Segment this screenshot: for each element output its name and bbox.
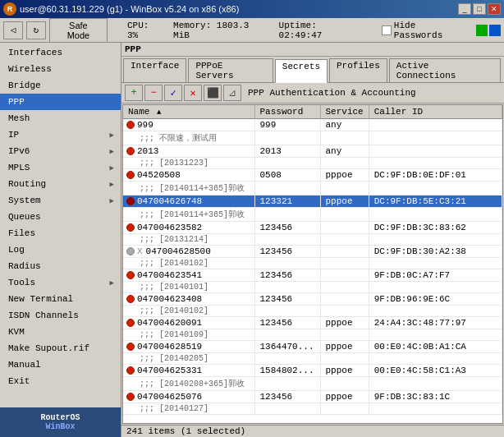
status-dot: [126, 271, 135, 279]
cell-callerid: [369, 182, 502, 196]
sidebar-item-log[interactable]: Log: [0, 242, 121, 258]
status-dot: [126, 223, 135, 232]
title-bar: R user@60.31.191.229 (g1) - WinBox v5.24…: [0, 0, 504, 18]
sidebar-item-ipv6[interactable]: IPv6 ▶: [0, 143, 121, 159]
close-button[interactable]: ✕: [488, 3, 501, 15]
minimize-button[interactable]: _: [458, 3, 471, 15]
sidebar-item-queues[interactable]: Queues: [0, 209, 121, 225]
maximize-button[interactable]: □: [473, 3, 486, 15]
table-row[interactable]: ;;; [20140114+365]郭收: [123, 182, 502, 196]
table-row[interactable]: 0470046253311584802...pppoe00:E0:4C:58:C…: [123, 365, 502, 377]
cell-name: ;;; [20140101]: [123, 282, 254, 293]
arrow-icon: ▶: [110, 180, 114, 189]
sidebar-item-system[interactable]: System ▶: [0, 192, 121, 209]
sidebar-item-radius[interactable]: Radius: [0, 258, 121, 274]
arrow-icon: ▶: [110, 131, 114, 140]
cell-callerid: [369, 282, 502, 293]
table-row[interactable]: ;;; 不限速，测试用: [123, 131, 502, 145]
table-row[interactable]: ;;; [20140127]: [123, 403, 502, 415]
sidebar-item-ip[interactable]: IP ▶: [0, 126, 121, 143]
table-row[interactable]: ;;; [20140101]: [123, 282, 502, 293]
sidebar-item-tools[interactable]: Tools ▶: [0, 274, 121, 291]
cell-callerid: DC:9F:DB:0E:DF:01: [369, 169, 502, 182]
filter-button[interactable]: ⊿: [223, 85, 241, 101]
sidebar-label: Make Supout.rif: [8, 343, 89, 353]
cell-callerid: 9F:DB:0C:A7:F7: [369, 269, 502, 282]
cell-callerid: [369, 131, 502, 145]
add-button[interactable]: +: [125, 85, 143, 101]
sidebar-item-files[interactable]: Files: [0, 225, 121, 242]
cell-service: [320, 258, 369, 269]
table-row[interactable]: 047004626748123321pppoeDC:9F:DB:5E:C3:21: [123, 196, 502, 208]
sidebar-item-wireless[interactable]: Wireless: [0, 61, 121, 77]
sidebar-item-routing[interactable]: Routing ▶: [0, 176, 121, 192]
table-row[interactable]: 047004620091123456pppoe24:A4:3C:48:77:97: [123, 317, 502, 329]
cell-service: [320, 222, 369, 234]
sidebar-item-new-terminal[interactable]: New Terminal: [0, 291, 121, 307]
table-row[interactable]: 20132013any: [123, 145, 502, 158]
table-row[interactable]: ;;; [20131214]: [123, 234, 502, 246]
sidebar-item-mesh[interactable]: Mesh: [0, 110, 121, 126]
cell-name: 047004623541: [123, 269, 254, 282]
table-row[interactable]: 047004625076123456pppoe9F:DB:3C:83:1C: [123, 391, 502, 403]
cell-password: 123456: [254, 391, 320, 403]
secrets-table-wrapper[interactable]: Name ▲ Password Service Caller ID: [122, 104, 503, 424]
col-header-service[interactable]: Service: [320, 105, 369, 119]
cell-password: 123456: [254, 317, 320, 329]
tab-secrets[interactable]: Secrets: [275, 59, 328, 83]
enable-button[interactable]: ✓: [164, 85, 182, 101]
table-row[interactable]: ;;; [20140208+365]郭收: [123, 377, 502, 391]
table-row[interactable]: X047004628500123456DC:9F:DB:30:A2:38: [123, 246, 502, 258]
table-row[interactable]: 999999any: [123, 119, 502, 131]
table-row[interactable]: ;;; [20140102]: [123, 258, 502, 269]
table-row[interactable]: 045205080508pppoeDC:9F:DB:0E:DF:01: [123, 169, 502, 182]
hide-passwords-checkbox[interactable]: [382, 25, 392, 35]
table-row[interactable]: ;;; [20140205]: [123, 353, 502, 365]
sidebar-label: Queues: [8, 212, 41, 222]
cell-callerid: 00:E0:4C:58:C1:A3: [369, 365, 502, 377]
cell-service: [320, 293, 369, 306]
sidebar-item-interfaces[interactable]: Interfaces: [0, 44, 121, 61]
tab-profiles[interactable]: Profiles: [329, 58, 387, 82]
cell-password: 0508: [254, 169, 320, 182]
tab-bar: Interface PPPoE Servers Secrets Profiles…: [121, 57, 504, 83]
safe-mode-button[interactable]: Safe Mode: [49, 18, 108, 43]
remove-button[interactable]: −: [144, 85, 163, 101]
back-button[interactable]: ◁: [3, 21, 23, 39]
tab-interface[interactable]: Interface: [123, 58, 186, 82]
cell-name: 2013: [123, 145, 254, 158]
table-row[interactable]: 047004623582123456DC:9F:DB:3C:83:62: [123, 222, 502, 234]
sidebar-item-mpls[interactable]: MPLS ▶: [0, 159, 121, 176]
sidebar-item-exit[interactable]: Exit: [0, 373, 121, 389]
ppp-window-header: PPP: [121, 43, 504, 57]
cell-service: [320, 234, 369, 246]
table-row[interactable]: 0470046235411234569F:DB:0C:A7:F7: [123, 269, 502, 282]
sidebar-item-kvm[interactable]: KVM: [0, 324, 121, 340]
cell-password: 123456: [254, 293, 320, 306]
cell-callerid: DC:9F:DB:5E:C3:21: [369, 196, 502, 208]
col-header-callerid[interactable]: Caller ID: [369, 105, 502, 119]
sidebar-item-bridge[interactable]: Bridge: [0, 77, 121, 94]
cell-name: ;;; [20131223]: [123, 158, 254, 169]
sidebar-label: ISDN Channels: [8, 310, 79, 320]
col-header-name[interactable]: Name ▲: [123, 105, 254, 119]
table-row[interactable]: ;;; [20131223]: [123, 158, 502, 169]
table-row[interactable]: 0470046285191364470...pppoe00:E0:4C:0B:A…: [123, 341, 502, 353]
table-row[interactable]: ;;; [20140114+365]郭收: [123, 208, 502, 222]
tab-pppoe-servers[interactable]: PPPoE Servers: [188, 58, 273, 82]
move-button[interactable]: ⬛: [204, 85, 222, 101]
sidebar-item-isdn[interactable]: ISDN Channels: [0, 307, 121, 324]
refresh-button[interactable]: ↻: [26, 21, 46, 39]
sidebar-item-ppp[interactable]: PPP: [0, 94, 121, 110]
table-row[interactable]: 0470046234081234569F:DB:96:9E:6C: [123, 293, 502, 306]
cell-name: 047004623582: [123, 222, 254, 234]
col-header-password[interactable]: Password: [254, 105, 320, 119]
table-row[interactable]: ;;; [20140102]: [123, 306, 502, 317]
sidebar-item-make-supout[interactable]: Make Supout.rif: [0, 340, 121, 356]
tab-active-connections[interactable]: Active Connections: [389, 58, 501, 82]
sidebar-item-manual[interactable]: Manual: [0, 356, 121, 373]
disable-button[interactable]: ✕: [184, 85, 202, 101]
cell-name: ;;; [20140102]: [123, 258, 254, 269]
cell-password: 1364470...: [254, 341, 320, 353]
table-row[interactable]: ;;; [20140109]: [123, 329, 502, 341]
